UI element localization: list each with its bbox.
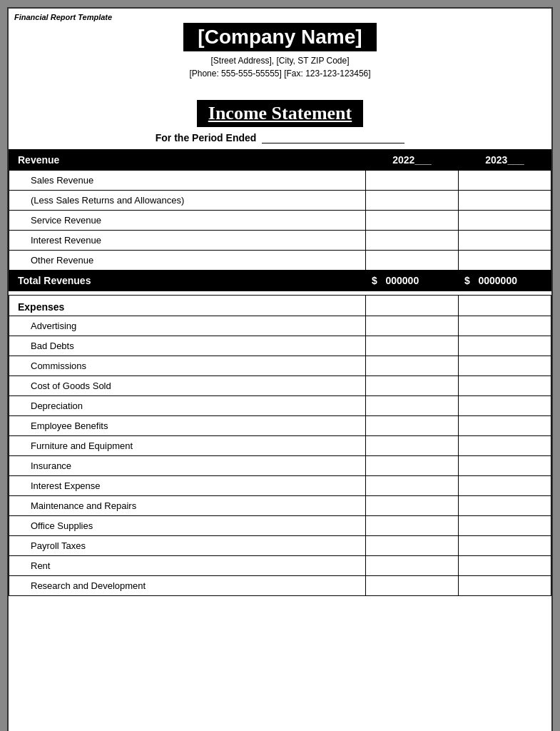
expenses-section-label: Expenses (9, 296, 366, 316)
employee-benefits-val1[interactable] (366, 416, 459, 436)
commissions-val1[interactable] (366, 356, 459, 376)
cogs-val2[interactable] (459, 376, 551, 396)
other-revenue-val2[interactable] (459, 251, 551, 271)
expense-row-depreciation: Depreciation (9, 396, 551, 416)
interest-expense-val1[interactable] (366, 476, 459, 496)
expense-row-advertising: Advertising (9, 316, 551, 336)
bad-debts-val2[interactable] (459, 336, 551, 356)
maintenance-label: Maintenance and Repairs (9, 496, 366, 516)
sales-revenue-val2[interactable] (459, 171, 551, 191)
page-header: [Company Name] [Street Address], [City, … (9, 9, 551, 149)
employee-benefits-val2[interactable] (459, 416, 551, 436)
rent-label: Rent (9, 556, 366, 576)
maintenance-val1[interactable] (366, 496, 459, 516)
total-sign2: $ (464, 275, 470, 286)
payroll-taxes-val2[interactable] (459, 536, 551, 556)
revenue-row-other: Other Revenue (9, 251, 551, 271)
employee-benefits-label: Employee Benefits (9, 416, 366, 436)
financial-table: Revenue 2022___ 2023___ Sales Revenue (L… (9, 149, 551, 596)
expense-row-rent: Rent (9, 556, 551, 576)
revenue-header-row: Revenue 2022___ 2023___ (9, 150, 551, 171)
revenue-row-sales: Sales Revenue (9, 171, 551, 191)
service-revenue-val2[interactable] (459, 211, 551, 231)
insurance-val1[interactable] (366, 456, 459, 476)
expenses-year2-header (459, 296, 551, 316)
returns-label: (Less Sales Returns and Allowances) (9, 191, 366, 211)
rd-label: Research and Development (9, 576, 366, 596)
year2-header: 2023___ (459, 150, 551, 171)
expense-row-maintenance: Maintenance and Repairs (9, 496, 551, 516)
total-sign1: $ (372, 275, 377, 286)
advertising-val2[interactable] (459, 316, 551, 336)
rd-val2[interactable] (459, 576, 551, 596)
expense-row-furniture: Furniture and Equipment (9, 436, 551, 456)
payroll-taxes-val1[interactable] (366, 536, 459, 556)
service-revenue-label: Service Revenue (9, 211, 366, 231)
revenue-row-service: Service Revenue (9, 211, 551, 231)
other-revenue-label: Other Revenue (9, 251, 366, 271)
interest-expense-val2[interactable] (459, 476, 551, 496)
expense-row-insurance: Insurance (9, 456, 551, 476)
returns-val1[interactable] (366, 191, 459, 211)
interest-expense-label: Interest Expense (9, 476, 366, 496)
expense-row-payroll-taxes: Payroll Taxes (9, 536, 551, 556)
expenses-header-row: Expenses (9, 296, 551, 316)
office-supplies-val2[interactable] (459, 516, 551, 536)
other-revenue-val1[interactable] (366, 251, 459, 271)
total-revenues-row: Total Revenues $ 000000 $ 0000000 (9, 271, 551, 291)
revenue-row-returns: (Less Sales Returns and Allowances) (9, 191, 551, 211)
interest-revenue-val1[interactable] (366, 231, 459, 251)
furniture-val2[interactable] (459, 436, 551, 456)
total-revenues-label: Total Revenues (9, 271, 366, 291)
depreciation-label: Depreciation (9, 396, 366, 416)
expense-row-cogs: Cost of Goods Sold (9, 376, 551, 396)
bad-debts-val1[interactable] (366, 336, 459, 356)
year1-header: 2022___ (366, 150, 459, 171)
office-supplies-val1[interactable] (366, 516, 459, 536)
period-underline (262, 131, 404, 143)
payroll-taxes-label: Payroll Taxes (9, 536, 366, 556)
insurance-label: Insurance (9, 456, 366, 476)
expense-row-commissions: Commissions (9, 356, 551, 376)
period-label: For the Period Ended (156, 132, 257, 143)
rent-val1[interactable] (366, 556, 459, 576)
expense-row-rd: Research and Development (9, 576, 551, 596)
watermark-label: Financial Report Template (14, 13, 112, 21)
bad-debts-label: Bad Debts (9, 336, 366, 356)
furniture-val1[interactable] (366, 436, 459, 456)
rd-val1[interactable] (366, 576, 459, 596)
cogs-label: Cost of Goods Sold (9, 376, 366, 396)
expense-row-interest-expense: Interest Expense (9, 476, 551, 496)
depreciation-val2[interactable] (459, 396, 551, 416)
depreciation-val1[interactable] (366, 396, 459, 416)
expense-row-employee-benefits: Employee Benefits (9, 416, 551, 436)
expense-row-office-supplies: Office Supplies (9, 516, 551, 536)
service-revenue-val1[interactable] (366, 211, 459, 231)
insurance-val2[interactable] (459, 456, 551, 476)
total-revenues-val2: $ 0000000 (459, 271, 551, 291)
expense-row-bad-debts: Bad Debts (9, 336, 551, 356)
address-line: [Street Address], [City, ST ZIP Code] (23, 54, 537, 67)
returns-val2[interactable] (459, 191, 551, 211)
sales-revenue-label: Sales Revenue (9, 171, 366, 191)
total-amount1: 000000 (385, 275, 419, 286)
company-name: [Company Name] (183, 23, 376, 51)
sales-revenue-val1[interactable] (366, 171, 459, 191)
revenue-row-interest: Interest Revenue (9, 231, 551, 251)
page: Financial Report Template [Company Name]… (7, 7, 553, 731)
phone-fax-line: [Phone: 555-555-55555] [Fax: 123-123-123… (23, 67, 537, 80)
total-revenues-val1: $ 000000 (366, 271, 459, 291)
rent-val2[interactable] (459, 556, 551, 576)
advertising-label: Advertising (9, 316, 366, 336)
total-amount2: 0000000 (478, 275, 517, 286)
maintenance-val2[interactable] (459, 496, 551, 516)
furniture-label: Furniture and Equipment (9, 436, 366, 456)
commissions-val2[interactable] (459, 356, 551, 376)
interest-revenue-val2[interactable] (459, 231, 551, 251)
revenue-section-label: Revenue (9, 150, 366, 171)
commissions-label: Commissions (9, 356, 366, 376)
advertising-val1[interactable] (366, 316, 459, 336)
cogs-val1[interactable] (366, 376, 459, 396)
expenses-year1-header (366, 296, 459, 316)
office-supplies-label: Office Supplies (9, 516, 366, 536)
